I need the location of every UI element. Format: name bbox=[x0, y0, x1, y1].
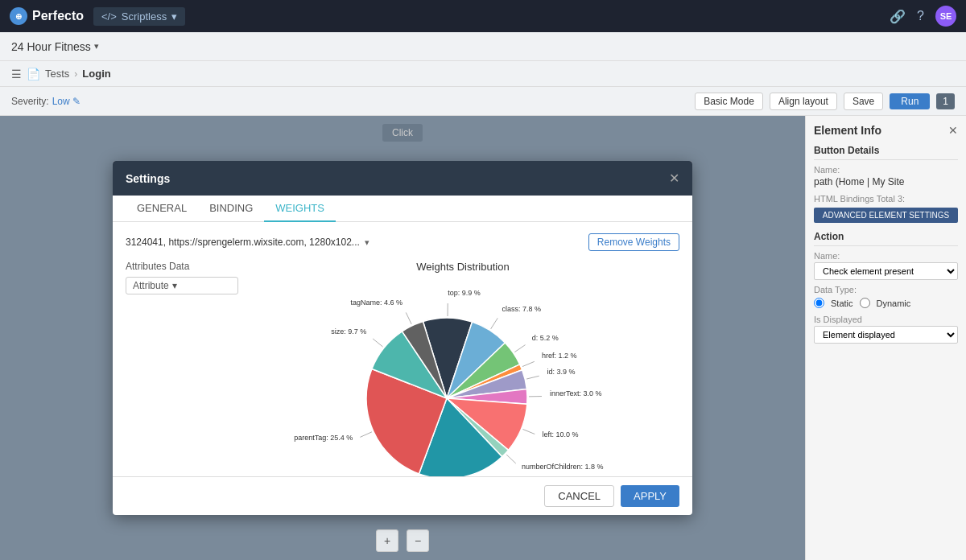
name-field-label: Name: bbox=[814, 165, 958, 175]
advanced-settings-button[interactable]: ADVANCED ELEMENT SETTINGS bbox=[814, 208, 958, 223]
chevron-down-icon: ▾ bbox=[171, 10, 177, 23]
basic-mode-button[interactable]: Basic Mode bbox=[695, 93, 763, 110]
static-radio[interactable] bbox=[814, 298, 824, 308]
action-name-select[interactable]: Check element present bbox=[814, 262, 958, 280]
svg-line-7 bbox=[522, 361, 535, 366]
svg-text:parentTag: 25.4 %: parentTag: 25.4 % bbox=[294, 434, 353, 442]
scriptless-label: Scriptless bbox=[122, 10, 167, 23]
second-nav: 24 Hour Fitness ▾ bbox=[0, 32, 966, 61]
top-nav: ⊕ Perfecto </> Scriptless ▾ 🔗 ? SE bbox=[0, 0, 966, 32]
canvas-area: Click Settings ✕ GENERAL BINDING WEIGHTS bbox=[0, 116, 805, 560]
run-button[interactable]: Run bbox=[890, 93, 930, 109]
dynamic-label: Dynamic bbox=[877, 299, 911, 308]
name-field-value: path (Home | My Site bbox=[814, 176, 958, 187]
svg-text:tagName: 4.6 %: tagName: 4.6 % bbox=[350, 299, 402, 307]
modal-tabs: GENERAL BINDING WEIGHTS bbox=[113, 196, 692, 222]
attribute-chevron-icon: ▾ bbox=[172, 280, 177, 291]
link-icon[interactable]: 🔗 bbox=[890, 9, 906, 24]
severity-label: Severity: bbox=[11, 96, 49, 107]
svg-text:d: 5.2 %: d: 5.2 % bbox=[532, 334, 559, 342]
svg-text:class: 7.8 %: class: 7.8 % bbox=[502, 305, 542, 313]
scriptless-button[interactable]: </> Scriptless ▾ bbox=[93, 7, 185, 26]
settings-modal: Settings ✕ GENERAL BINDING WEIGHTS 31240… bbox=[113, 161, 692, 515]
site-selector[interactable]: 3124041, https://sprengelerm.wixsite.com… bbox=[126, 237, 369, 248]
right-panel: Element Info ✕ Button Details Name: path… bbox=[805, 116, 966, 560]
weights-content: Attributes Data Attribute ▾ Weights Dist… bbox=[126, 261, 679, 476]
action-section: Action Name: Check element present Data … bbox=[814, 231, 958, 344]
chart-title: Weights Distribution bbox=[246, 261, 679, 273]
attributes-panel: Attributes Data Attribute ▾ bbox=[126, 261, 238, 476]
data-type-label: Data Type: bbox=[814, 285, 958, 294]
logo-text: Perfecto bbox=[32, 9, 84, 23]
attribute-dropdown[interactable]: Attribute ▾ bbox=[126, 277, 238, 294]
attribute-dropdown-label: Attribute bbox=[133, 280, 169, 291]
modal-body: 3124041, https://sprengelerm.wixsite.com… bbox=[113, 222, 692, 476]
avatar[interactable]: SE bbox=[935, 6, 956, 27]
code-icon: </> bbox=[101, 10, 117, 23]
toolbar-right: Basic Mode Align layout Save Run 1 bbox=[695, 93, 955, 110]
severity-value[interactable]: Low bbox=[52, 96, 70, 107]
is-displayed-label: Is Displayed bbox=[814, 315, 958, 324]
attributes-title: Attributes Data bbox=[126, 261, 238, 272]
svg-text:id: 3.9 %: id: 3.9 % bbox=[547, 368, 575, 376]
bindings-label: HTML Bindings Total 3: bbox=[814, 194, 958, 204]
remove-weights-button[interactable]: Remove Weights bbox=[588, 233, 679, 251]
svg-text:size: 9.7 %: size: 9.7 % bbox=[331, 327, 366, 336]
pie-chart-svg: top: 9.9 %class: 7.8 %d: 5.2 %href: 1.2 … bbox=[318, 279, 608, 476]
radio-group: Static Dynamic bbox=[814, 298, 958, 308]
menu-icon[interactable]: ☰ bbox=[11, 68, 22, 80]
dynamic-radio[interactable] bbox=[860, 298, 870, 308]
main-content: Click Settings ✕ GENERAL BINDING WEIGHTS bbox=[0, 116, 966, 560]
svg-line-5 bbox=[514, 345, 525, 352]
breadcrumb-separator: › bbox=[74, 68, 77, 80]
site-dropdown-icon: ▾ bbox=[365, 237, 369, 248]
modal-close-button[interactable]: ✕ bbox=[669, 171, 679, 186]
svg-text:href: 1.2 %: href: 1.2 % bbox=[542, 352, 577, 360]
app-chevron-icon: ▾ bbox=[94, 41, 99, 51]
svg-line-21 bbox=[373, 339, 382, 347]
modal-title: Settings bbox=[126, 172, 170, 185]
breadcrumb-current: Login bbox=[82, 68, 110, 80]
breadcrumb-tests[interactable]: Tests bbox=[45, 68, 69, 80]
align-layout-button[interactable]: Align layout bbox=[770, 93, 837, 110]
panel-header: Element Info ✕ bbox=[814, 124, 958, 137]
button-details-title: Button Details bbox=[814, 145, 958, 160]
site-value: 3124041, https://sprengelerm.wixsite.com… bbox=[126, 237, 360, 248]
panel-close-icon[interactable]: ✕ bbox=[948, 124, 958, 137]
svg-text:top: 9.9 %: top: 9.9 % bbox=[448, 289, 481, 297]
app-name[interactable]: 24 Hour Fitness ▾ bbox=[11, 40, 99, 53]
run-count-button[interactable]: 1 bbox=[936, 93, 955, 109]
tab-binding[interactable]: BINDING bbox=[198, 196, 264, 222]
modal-overlay: Settings ✕ GENERAL BINDING WEIGHTS 31240… bbox=[0, 116, 805, 560]
modal-footer: CANCEL APPLY bbox=[113, 476, 692, 515]
action-title: Action bbox=[814, 231, 958, 246]
edit-icon[interactable]: ✎ bbox=[72, 96, 80, 107]
help-icon[interactable]: ? bbox=[917, 9, 924, 23]
static-label: Static bbox=[831, 299, 853, 308]
chart-area: Weights Distribution top: 9.9 %class: 7.… bbox=[246, 261, 679, 476]
svg-line-23 bbox=[406, 312, 411, 323]
svg-line-15 bbox=[506, 455, 516, 463]
logo-icon: ⊕ bbox=[10, 7, 27, 25]
save-button[interactable]: Save bbox=[844, 93, 883, 110]
toolbar: Severity: Low ✎ Basic Mode Align layout … bbox=[0, 87, 966, 116]
pie-container: top: 9.9 %class: 7.8 %d: 5.2 %href: 1.2 … bbox=[318, 279, 608, 476]
breadcrumb-bar: ☰ 📄 Tests › Login bbox=[0, 61, 966, 87]
svg-text:left: 10.0 %: left: 10.0 % bbox=[543, 430, 579, 439]
panel-title: Element Info bbox=[814, 124, 881, 137]
tab-weights[interactable]: WEIGHTS bbox=[264, 196, 336, 222]
svg-line-3 bbox=[491, 318, 498, 329]
action-name-label: Name: bbox=[814, 251, 958, 261]
weights-toolbar: 3124041, https://sprengelerm.wixsite.com… bbox=[126, 233, 679, 251]
svg-line-13 bbox=[522, 429, 535, 434]
apply-button[interactable]: APPLY bbox=[621, 485, 679, 507]
tab-general[interactable]: GENERAL bbox=[126, 196, 198, 222]
modal-header: Settings ✕ bbox=[113, 161, 692, 196]
cancel-button[interactable]: CANCEL bbox=[544, 485, 614, 507]
nav-right: 🔗 ? SE bbox=[890, 6, 956, 27]
svg-text:innerText: 3.0 %: innerText: 3.0 % bbox=[550, 389, 602, 397]
app-name-text: 24 Hour Fitness bbox=[11, 40, 91, 53]
svg-line-9 bbox=[526, 376, 539, 379]
is-displayed-select[interactable]: Element displayed bbox=[814, 326, 958, 344]
svg-line-19 bbox=[360, 432, 372, 438]
